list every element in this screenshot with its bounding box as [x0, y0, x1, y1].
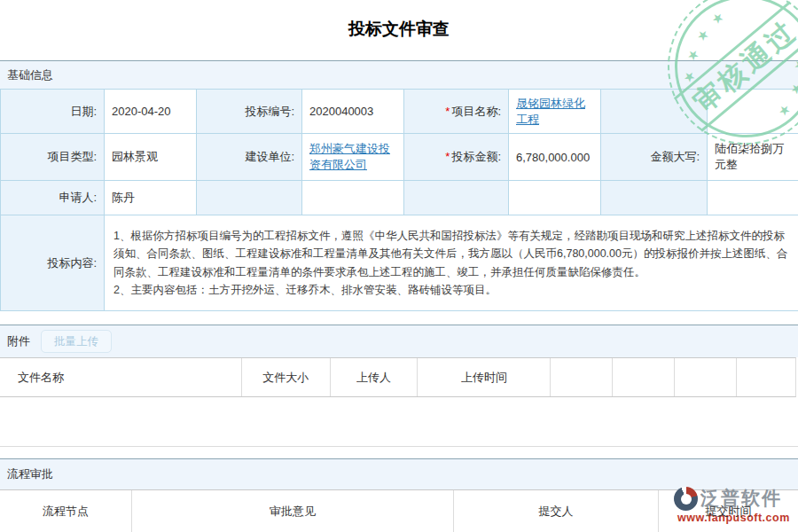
project-name-value: 晟铭园林绿化工程 [509, 90, 601, 134]
empty-label-cell [404, 181, 509, 215]
table-row: 投标内容: 1、根据你方招标项目编号为的工程招标文件，遵照《中华人民共和国招投标… [1, 215, 798, 311]
bid-content-label: 投标内容: [1, 215, 105, 311]
bid-review-page: 投标文件审查 基础信息 日期: 2020-04-20 投标编号: 2020040… [0, 0, 798, 532]
project-name-link[interactable]: 晟铭园林绿化工程 [516, 97, 585, 126]
page-title: 投标文件审查 [0, 18, 798, 41]
empty-value-cell [302, 181, 404, 215]
empty-label-cell [601, 90, 708, 134]
empty-value-cell [708, 181, 798, 215]
required-mark: * [445, 150, 450, 163]
basic-info-table: 日期: 2020-04-20 投标编号: 2020040003 *项目名称: 晟… [0, 89, 798, 311]
applicant-value: 陈丹 [105, 181, 197, 215]
empty-value-cell [708, 90, 798, 134]
col-submitter: 提交人 [454, 490, 659, 532]
section-header-basic-info: 基础信息 [0, 60, 798, 89]
empty-label-cell [197, 181, 302, 215]
project-name-label: *项目名称: [404, 90, 509, 134]
col-submit-time: 提交时间 [659, 490, 798, 532]
table-row: 申请人: 陈丹 [1, 181, 798, 215]
col-empty [675, 358, 737, 396]
section-basic-label: 基础信息 [7, 67, 53, 83]
bid-content-line1: 1、根据你方招标项目编号为的工程招标文件，遵照《中华人民共和国招投标法》等有关规… [113, 227, 789, 281]
table-row: 日期: 2020-04-20 投标编号: 2020040003 *项目名称: 晟… [1, 90, 798, 134]
section-divider [0, 446, 798, 447]
workflow-table-header: 流程节点 审批意见 提交人 提交时间 [0, 489, 798, 532]
col-flow-node: 流程节点 [0, 490, 132, 532]
date-value: 2020-04-20 [105, 90, 197, 134]
section-header-workflow: 流程审批 [0, 458, 798, 489]
build-unit-link[interactable]: 郑州豪气建设投资有限公司 [309, 142, 390, 171]
date-label: 日期: [1, 90, 105, 134]
applicant-label: 申请人: [1, 181, 105, 215]
col-file-size: 文件大小 [242, 358, 331, 396]
bid-no-label: 投标编号: [197, 90, 302, 134]
section-attachments-label: 附件 [7, 333, 30, 349]
col-empty [737, 358, 795, 396]
section-workflow-label: 流程审批 [7, 466, 53, 482]
section-header-attachments: 附件 [0, 325, 798, 357]
col-empty [551, 358, 613, 396]
bid-amount-label: *投标金额: [404, 134, 509, 181]
col-upload-time: 上传时间 [418, 358, 551, 396]
col-empty [613, 358, 675, 396]
required-mark: * [445, 105, 450, 118]
amount-words-value: 陆佰柒拾捌万元整 [708, 134, 798, 181]
col-file-name: 文件名称 [0, 358, 242, 396]
build-unit-label: 建设单位: [197, 134, 302, 181]
empty-value-cell [509, 181, 601, 215]
table-row: 项目类型: 园林景观 建设单位: 郑州豪气建设投资有限公司 *投标金额: 6,7… [1, 134, 798, 181]
build-unit-value: 郑州豪气建设投资有限公司 [302, 134, 404, 181]
empty-label-cell [601, 181, 708, 215]
bid-amount-value: 6,780,000.000 [509, 134, 601, 181]
project-type-value: 园林景观 [105, 134, 197, 181]
batch-upload-button[interactable]: 批量上传 [41, 330, 112, 353]
attachments-table-header: 文件名称 文件大小 上传人 上传时间 [0, 357, 796, 397]
bid-content-value: 1、根据你方招标项目编号为的工程招标文件，遵照《中华人民共和国招投标法》等有关规… [105, 215, 798, 311]
bid-content-line2: 2、主要内容包括：土方开挖外运、迁移乔木、排水管安装、路砖铺设等项目。 [113, 281, 789, 299]
col-uploader: 上传人 [331, 358, 419, 396]
amount-words-label: 金额大写: [601, 134, 708, 181]
col-approval-opinion: 审批意见 [132, 490, 454, 532]
bid-no-value: 2020040003 [302, 90, 404, 134]
project-type-label: 项目类型: [1, 134, 105, 181]
